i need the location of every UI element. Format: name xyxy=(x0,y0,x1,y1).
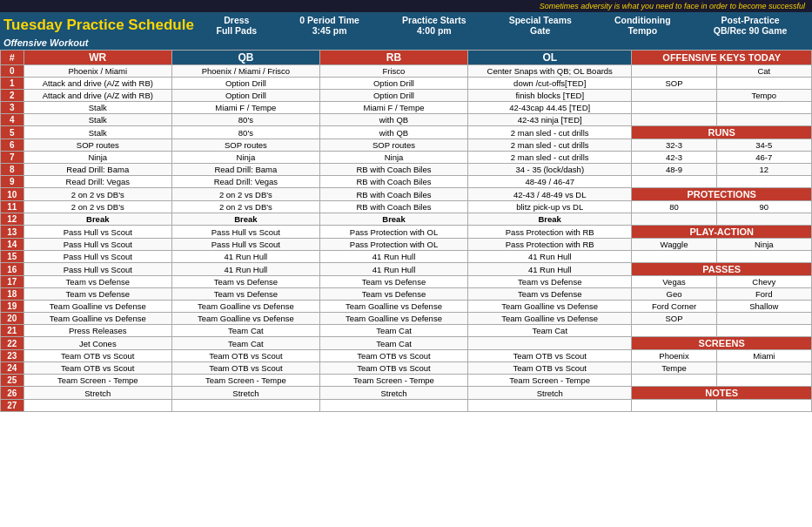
cell-num: 14 xyxy=(1,239,24,251)
cell-post xyxy=(716,176,811,188)
cell-wr: Attack and drive (A/Z with RB) xyxy=(23,78,171,90)
top-banner: Sometimes adversity is what you need to … xyxy=(0,0,812,12)
cell-qb: SOP routes xyxy=(171,139,319,152)
cell-wr: Team Goalline vs Defense xyxy=(23,301,171,313)
cell-ol: Team OTB vs Scout xyxy=(468,362,632,375)
table-row: 12BreakBreakBreakBreak xyxy=(1,213,812,226)
cell-post: Ninja xyxy=(716,239,811,251)
cell-ol: Pass Protection with RB xyxy=(468,226,632,239)
cell-ol: down /cut-offs[TED] xyxy=(468,78,632,90)
cell-cond: Phoenix xyxy=(632,350,716,362)
cell-post: Tempo xyxy=(716,90,811,102)
cell-wr: Ninja xyxy=(23,152,171,164)
cell-qb: Ninja xyxy=(171,152,319,164)
cell-wr: Phoenix / Miami xyxy=(23,65,171,78)
table-row: 0Phoenix / MiamiPhoenix / Miami / Frisco… xyxy=(1,65,812,78)
cell-rb: Option Drill xyxy=(319,78,467,90)
cell-wr: Team OTB vs Scout xyxy=(23,350,171,362)
table-row: 6SOP routesSOP routesSOP routes2 man sle… xyxy=(1,139,812,152)
cell-post: Miami xyxy=(716,350,811,362)
cell-wr: Stretch xyxy=(23,387,171,400)
cell-ol: 41 Run Hull xyxy=(468,251,632,263)
table-row: 17Team vs DefenseTeam vs DefenseTeam vs … xyxy=(1,276,812,288)
table-row: 1Attack and drive (A/Z with RB)Option Dr… xyxy=(1,78,812,90)
cell-ol: 42-43cap 44.45 [TED] xyxy=(468,102,632,114)
cell-cond: RUNS xyxy=(632,126,812,139)
cell-rb: Option Drill xyxy=(319,90,467,102)
cell-num: 17 xyxy=(1,276,24,288)
cell-ol: 48-49 / 46-47 xyxy=(468,176,632,188)
cell-ol: Break xyxy=(468,213,632,226)
cell-rb: RB with Coach Biles xyxy=(319,176,467,188)
cell-num: 8 xyxy=(1,164,24,176)
cell-rb: RB with Coach Biles xyxy=(319,188,467,201)
cell-cond xyxy=(632,400,716,412)
cell-qb: Team vs Defense xyxy=(171,288,319,301)
cell-post xyxy=(716,313,811,325)
cell-cond xyxy=(632,65,716,78)
cell-cond: Geo xyxy=(632,288,716,301)
cell-cond: SCREENS xyxy=(632,337,812,350)
cell-qb: Team OTB vs Scout xyxy=(171,350,319,362)
table-row: 18Team vs DefenseTeam vs DefenseTeam vs … xyxy=(1,288,812,301)
cell-cond: PLAY-ACTION xyxy=(632,226,812,239)
cell-qb: Pass Hull vs Scout xyxy=(171,239,319,251)
table-row: 26StretchStretchStretchStretchNOTES xyxy=(1,387,812,400)
cell-num: 26 xyxy=(1,387,24,400)
cell-ol: 2 man sled - cut drills xyxy=(468,152,632,164)
cell-post xyxy=(716,102,811,114)
cell-num: 1 xyxy=(1,78,24,90)
cell-cond: PASSES xyxy=(632,263,812,276)
cell-wr: Stalk xyxy=(23,126,171,139)
page-title: Tuesday Practice Schedule xyxy=(3,17,195,34)
cell-ol: Stretch xyxy=(468,387,632,400)
cell-wr: Team Goalline vs Defense xyxy=(23,313,171,325)
cell-rb: Team vs Defense xyxy=(319,276,467,288)
cell-qb: Team Cat xyxy=(171,337,319,350)
cell-wr: Attack and drive (A/Z with RB) xyxy=(23,90,171,102)
header-section: Tuesday Practice Schedule Dress Full Pad… xyxy=(0,12,812,50)
cell-wr xyxy=(23,400,171,412)
cell-ol: Center Snaps with QB; OL Boards xyxy=(468,65,632,78)
table-row: 9Read Drill: VegasRead Drill: VegasRB wi… xyxy=(1,176,812,188)
cell-wr: Break xyxy=(23,213,171,226)
cell-ol xyxy=(468,400,632,412)
cell-post xyxy=(716,375,811,387)
cell-rb: Miami F / Tempe xyxy=(319,102,467,114)
cell-ol xyxy=(468,337,632,350)
cell-cond: SOP xyxy=(632,313,716,325)
cell-qb: Option Drill xyxy=(171,78,319,90)
cell-num: 6 xyxy=(1,139,24,152)
cell-post xyxy=(716,114,811,126)
cell-qb: 80's xyxy=(171,114,319,126)
dress-col: Dress Full Pads xyxy=(217,15,258,36)
cell-wr: Pass Hull vs Scout xyxy=(23,226,171,239)
table-row: 24Team OTB vs ScoutTeam OTB vs ScoutTeam… xyxy=(1,362,812,375)
table-row: 27 xyxy=(1,400,812,412)
cell-rb: Team OTB vs Scout xyxy=(319,350,467,362)
cell-wr: Team OTB vs Scout xyxy=(23,362,171,375)
cell-qb: 41 Run Hull xyxy=(171,263,319,276)
cell-qb xyxy=(171,400,319,412)
cell-cond: 42-3 xyxy=(632,152,716,164)
cell-qb: 2 on 2 vs DB's xyxy=(171,188,319,201)
practice-starts-col: Practice Starts 4:00 pm xyxy=(402,15,466,36)
cell-wr: Pass Hull vs Scout xyxy=(23,251,171,263)
cell-cond: Ford Corner xyxy=(632,301,716,313)
cell-qb: Team Goalline vs Defense xyxy=(171,313,319,325)
cell-cond xyxy=(632,251,716,263)
cell-post xyxy=(716,78,811,90)
cell-ol: Team vs Defense xyxy=(468,276,632,288)
cell-wr: Jet Cones xyxy=(23,337,171,350)
cell-cond xyxy=(632,114,716,126)
cell-num: 25 xyxy=(1,375,24,387)
cell-qb: Team Goalline vs Defense xyxy=(171,301,319,313)
cell-qb: Read Drill: Bama xyxy=(171,164,319,176)
cell-post xyxy=(716,400,811,412)
cell-ol: 41 Run Hull xyxy=(468,263,632,276)
cell-wr: Stalk xyxy=(23,114,171,126)
cell-rb: with QB xyxy=(319,114,467,126)
cell-wr: Pass Hull vs Scout xyxy=(23,263,171,276)
cell-num: 27 xyxy=(1,400,24,412)
cell-num: 16 xyxy=(1,263,24,276)
